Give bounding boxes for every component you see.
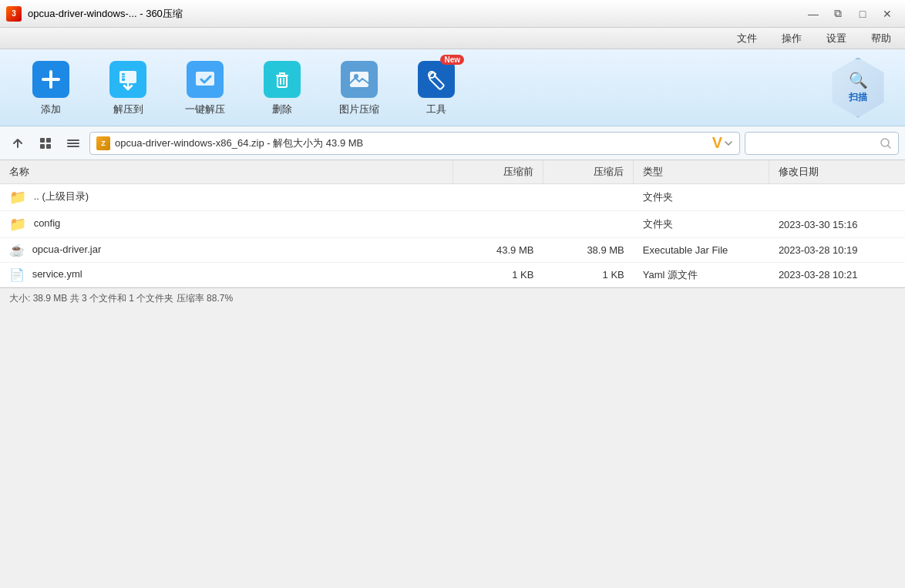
- svg-rect-3: [278, 76, 287, 87]
- jar-icon: ☕: [9, 245, 25, 257]
- v-icon: V: [712, 134, 722, 152]
- file-table: 名称 压缩前 压缩后 类型 修改日期 📁 .. (上级目录) 文件夹 📁 con…: [0, 160, 905, 287]
- tools-icon: New: [418, 61, 455, 98]
- table-row[interactable]: ☕ opcua-driver.jar 43.9 MB 38.9 MB Execu…: [0, 238, 905, 263]
- new-badge: New: [440, 55, 464, 65]
- scan-button[interactable]: 🔍 扫描: [823, 53, 893, 123]
- nav-list-button[interactable]: [62, 133, 85, 154]
- add-label: 添加: [41, 102, 61, 116]
- cell-name: ☕ opcua-driver.jar: [0, 238, 452, 263]
- dropdown-arrow-icon: [724, 139, 733, 148]
- status-bar: 大小: 38.9 MB 共 3 个文件和 1 个文件夹 压缩率 88.7%: [0, 287, 905, 309]
- table-row[interactable]: 📁 config 文件夹 2023-03-30 15:16: [0, 211, 905, 238]
- delete-icon: [264, 61, 301, 98]
- menu-item-settings[interactable]: 设置: [822, 30, 851, 47]
- col-name[interactable]: 名称: [0, 160, 452, 184]
- app-icon: 3: [6, 6, 22, 22]
- title-bar-title: opcua-driver-windows-... - 360压缩: [28, 7, 183, 21]
- cell-name: 📄 service.yml: [0, 263, 452, 287]
- onekey-icon: [187, 61, 224, 98]
- imgzip-label: 图片压缩: [339, 102, 379, 116]
- restore-button[interactable]: ⧉: [826, 5, 849, 23]
- cell-compressed-before: [452, 184, 543, 211]
- cell-name: 📁 config: [0, 211, 452, 238]
- svg-rect-2: [196, 72, 214, 86]
- nav-grid-button[interactable]: [34, 133, 57, 154]
- svg-rect-7: [40, 138, 45, 143]
- toolbar-onekey-button[interactable]: 一键解压: [167, 53, 244, 123]
- close-button[interactable]: ✕: [876, 5, 899, 23]
- extract-icon: [109, 61, 146, 98]
- col-compressed-before[interactable]: 压缩前: [452, 160, 543, 184]
- cell-compressed-before: 43.9 MB: [452, 238, 543, 263]
- toolbar-extract-button[interactable]: 解压到: [89, 53, 167, 123]
- maximize-button[interactable]: □: [851, 5, 874, 23]
- nav-up-button[interactable]: [6, 133, 29, 154]
- cell-compressed-after: 38.9 MB: [543, 238, 633, 263]
- cell-modified: 2023-03-30 15:16: [769, 211, 905, 238]
- svg-rect-10: [46, 144, 51, 149]
- menu-item-operate[interactable]: 操作: [777, 30, 806, 47]
- yaml-icon: 📄: [9, 270, 25, 281]
- folder-icon: 📁: [9, 193, 26, 204]
- toolbar-delete-button[interactable]: 删除: [244, 53, 321, 123]
- cell-type: Yaml 源文件: [634, 263, 769, 287]
- cell-compressed-after: [543, 184, 633, 211]
- folder-icon: 📁: [9, 220, 26, 231]
- title-bar: 3 opcua-driver-windows-... - 360压缩 — ⧉ □…: [0, 0, 905, 28]
- cell-modified: 2023-03-28 10:21: [769, 263, 905, 287]
- onekey-label: 一键解压: [185, 102, 225, 116]
- cell-type: 文件夹: [634, 184, 769, 211]
- toolbar-tools-button[interactable]: New 工具: [398, 53, 475, 123]
- table-row[interactable]: 📄 service.yml 1 KB 1 KB Yaml 源文件 2023-03…: [0, 263, 905, 287]
- tools-label: 工具: [426, 102, 446, 116]
- scan-icon: 🔍: [849, 71, 868, 89]
- cell-compressed-after: 1 KB: [543, 263, 633, 287]
- col-type[interactable]: 类型: [634, 160, 769, 184]
- toolbar-add-button[interactable]: 添加: [12, 53, 89, 123]
- address-path[interactable]: Z opcua-driver-windows-x86_64.zip - 解包大小…: [89, 132, 740, 155]
- cell-name: 📁 .. (上级目录): [0, 184, 452, 211]
- delete-label: 删除: [272, 102, 292, 116]
- col-compressed-after[interactable]: 压缩后: [543, 160, 633, 184]
- cell-modified: [769, 184, 905, 211]
- path-text: opcua-driver-windows-x86_64.zip - 解包大小为 …: [115, 136, 708, 150]
- menu-item-help[interactable]: 帮助: [866, 30, 896, 47]
- address-bar: Z opcua-driver-windows-x86_64.zip - 解包大小…: [0, 126, 905, 160]
- search-icon: [880, 137, 892, 150]
- table-row[interactable]: 📁 .. (上级目录) 文件夹: [0, 184, 905, 211]
- zip-file-icon: Z: [96, 136, 110, 150]
- file-list[interactable]: 名称 压缩前 压缩后 类型 修改日期 📁 .. (上级目录) 文件夹 📁 con…: [0, 160, 905, 287]
- scan-label: 扫描: [849, 91, 867, 104]
- add-icon: [32, 61, 69, 98]
- svg-rect-9: [40, 144, 45, 149]
- cell-compressed-after: [543, 211, 633, 238]
- cell-type: 文件夹: [634, 211, 769, 238]
- cell-type: Executable Jar File: [634, 238, 769, 263]
- svg-rect-1: [122, 73, 125, 81]
- menu-bar: 文件 操作 设置 帮助: [0, 28, 905, 49]
- search-box[interactable]: [745, 132, 899, 155]
- svg-rect-8: [46, 138, 51, 143]
- menu-item-file[interactable]: 文件: [732, 30, 762, 47]
- cell-modified: 2023-03-28 10:19: [769, 238, 905, 263]
- col-modified[interactable]: 修改日期: [769, 160, 905, 184]
- extract-label: 解压到: [113, 102, 143, 116]
- view-dropdown-button[interactable]: V: [712, 134, 733, 152]
- minimize-button[interactable]: —: [802, 5, 825, 23]
- status-text: 大小: 38.9 MB 共 3 个文件和 1 个文件夹 压缩率 88.7%: [9, 292, 233, 305]
- cell-compressed-before: 1 KB: [452, 263, 543, 287]
- imgzip-icon: [341, 61, 378, 98]
- toolbar: 添加 解压到 一键解压: [0, 49, 905, 126]
- toolbar-imgzip-button[interactable]: 图片压缩: [321, 53, 398, 123]
- cell-compressed-before: [452, 211, 543, 238]
